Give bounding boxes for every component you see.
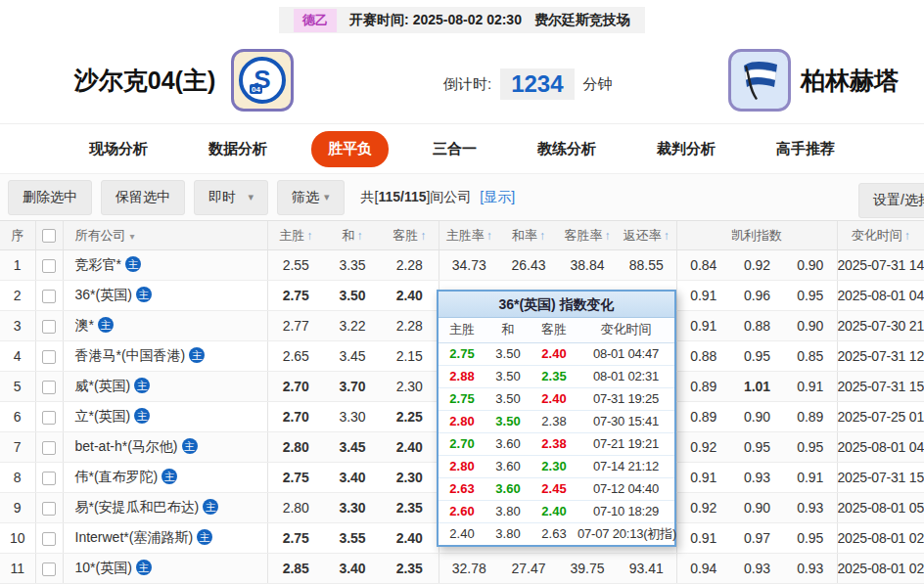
odds-home-cell[interactable]: 2.75 — [267, 281, 324, 311]
company-cell[interactable]: 香港马*(中国香港)主 — [63, 341, 267, 372]
row-checkbox[interactable] — [42, 320, 56, 334]
col-draw-rate-sort[interactable]: 和率↑ — [499, 221, 558, 250]
odds-draw-cell[interactable]: 3.45 — [324, 432, 381, 463]
odds-away-cell[interactable]: 2.35 — [381, 493, 439, 523]
tab-2[interactable]: 数据分析 — [192, 131, 284, 167]
change-time: 2025-07-31 15:45 — [837, 463, 924, 493]
tab-5[interactable]: 教练分析 — [521, 131, 613, 167]
main-company-badge-icon: 主 — [203, 499, 218, 515]
keep-selected-button[interactable]: 保留选中 — [101, 180, 185, 215]
odds-draw-cell[interactable]: 3.45 — [324, 341, 381, 372]
col-away-win-sort[interactable]: 客胜↑ — [381, 221, 439, 250]
odds-home-cell[interactable]: 2.55 — [267, 250, 324, 281]
odds-draw-cell[interactable]: 3.70 — [324, 372, 381, 402]
teams-header: 沙尔克04(主) S 04 倒计时: 1234 分钟 柏林赫塔 — [0, 39, 924, 123]
col-home-win-sort[interactable]: 主胜↑ — [267, 221, 324, 250]
tab-1[interactable]: 现场分析 — [72, 131, 164, 167]
row-checkbox[interactable] — [42, 562, 56, 576]
home-rate-cell: 34.73 — [439, 250, 499, 281]
col-draw-sort[interactable]: 和↑ — [324, 221, 381, 250]
row-checkbox[interactable] — [42, 411, 56, 425]
settings-select-button[interactable]: 设置/选择 — [858, 183, 924, 218]
odds-draw-cell[interactable]: 3.22 — [324, 311, 381, 341]
col-change-time-sort[interactable]: 变化时间↑ — [837, 221, 924, 250]
sort-asc-icon: ↑ — [904, 229, 910, 243]
popup-away-odds: 2.40 — [531, 500, 578, 522]
odds-away-cell[interactable]: 2.30 — [381, 372, 439, 402]
home-rate-cell: 32.78 — [439, 554, 499, 584]
delete-selected-button[interactable]: 删除选中 — [8, 180, 92, 215]
row-index: 1 — [0, 250, 35, 281]
odds-home-cell[interactable]: 2.77 — [267, 311, 324, 341]
row-checkbox[interactable] — [42, 502, 56, 516]
odds-away-cell[interactable]: 2.40 — [381, 281, 439, 311]
odds-home-cell[interactable]: 2.70 — [267, 402, 324, 432]
tab-7[interactable]: 高手推荐 — [760, 131, 852, 167]
odds-draw-cell[interactable]: 3.30 — [324, 402, 381, 432]
tab-4[interactable]: 三合一 — [416, 131, 493, 167]
popup-row: 2.40 3.80 2.63 07-07 20:13(初指) — [439, 522, 674, 545]
odds-draw-cell[interactable]: 3.50 — [324, 281, 381, 311]
odds-away-cell[interactable]: 2.30 — [381, 463, 439, 493]
odds-draw-cell[interactable]: 3.55 — [324, 523, 381, 554]
show-link[interactable]: [显示] — [480, 189, 515, 204]
company-cell[interactable]: 10*(英国)主 — [63, 554, 267, 584]
company-name: 易*(安提瓜和巴布达) — [75, 499, 200, 515]
sort-asc-icon: ↑ — [420, 229, 426, 243]
row-index: 2 — [0, 281, 35, 311]
kelly-draw-cell: 0.90 — [730, 493, 784, 523]
row-checkbox[interactable] — [42, 532, 56, 546]
row-checkbox[interactable] — [42, 381, 56, 394]
odds-home-cell[interactable]: 2.65 — [267, 341, 324, 372]
odds-draw-cell[interactable]: 3.40 — [324, 463, 381, 493]
league-badge: 德乙 — [294, 9, 337, 32]
popup-away-odds: 2.30 — [531, 455, 578, 477]
popup-home-odds: 2.75 — [439, 387, 485, 410]
odds-draw-cell[interactable]: 3.35 — [324, 250, 381, 281]
odds-away-cell[interactable]: 2.15 — [381, 341, 439, 372]
row-checkbox[interactable] — [42, 441, 56, 455]
odds-home-cell[interactable]: 2.75 — [267, 523, 324, 554]
odds-away-cell[interactable]: 2.25 — [381, 402, 439, 432]
row-checkbox[interactable] — [42, 472, 56, 485]
odds-away-cell[interactable]: 2.40 — [381, 432, 439, 463]
live-odds-select[interactable]: 即时 ▾ — [194, 180, 268, 215]
row-checkbox[interactable] — [42, 290, 56, 303]
away-team-logo — [728, 49, 791, 112]
row-select-cell — [35, 463, 63, 493]
odds-home-cell[interactable]: 2.85 — [267, 554, 324, 584]
odds-away-cell[interactable]: 2.40 — [381, 523, 439, 554]
company-cell[interactable]: 易*(安提瓜和巴布达)主 — [63, 493, 267, 523]
odds-home-cell[interactable]: 2.80 — [267, 493, 324, 523]
company-cell[interactable]: 威*(英国)主 — [63, 372, 267, 402]
col-company[interactable]: 所有公司▾ — [63, 221, 267, 250]
odds-home-cell[interactable]: 2.70 — [267, 372, 324, 402]
filter-dropdown[interactable]: 筛选 ▾ — [277, 180, 345, 215]
row-checkbox[interactable] — [42, 259, 56, 273]
company-cell[interactable]: 竞彩官*主 — [63, 250, 267, 281]
odds-home-cell[interactable]: 2.80 — [267, 432, 324, 463]
col-return-rate-sort[interactable]: 返还率↑ — [617, 221, 676, 250]
odds-away-cell[interactable]: 2.28 — [381, 311, 439, 341]
company-cell[interactable]: 36*(英国)主 — [63, 281, 267, 311]
odds-away-cell[interactable]: 2.28 — [381, 250, 439, 281]
odds-draw-cell[interactable]: 3.40 — [324, 554, 381, 584]
table-row: 1 竞彩官*主 2.55 3.35 2.28 34.73 26.43 38.84… — [0, 250, 924, 281]
tab-3[interactable]: 胜平负 — [311, 131, 389, 167]
company-cell[interactable]: Interwet*(塞浦路斯)主 — [63, 523, 267, 554]
row-checkbox[interactable] — [42, 350, 56, 364]
company-cell[interactable]: 澳*主 — [63, 311, 267, 341]
odds-draw-cell[interactable]: 3.30 — [324, 493, 381, 523]
col-home-rate-sort[interactable]: 主胜率↑ — [439, 221, 499, 250]
odds-away-cell[interactable]: 2.35 — [381, 554, 439, 584]
popup-away-odds: 2.38 — [531, 432, 578, 455]
select-all-checkbox[interactable] — [42, 229, 56, 243]
company-cell[interactable]: 伟*(直布罗陀)主 — [63, 463, 267, 493]
odds-home-cell[interactable]: 2.75 — [267, 463, 324, 493]
tab-6[interactable]: 裁判分析 — [640, 131, 732, 167]
company-cell[interactable]: bet-at-h*(马尔他)主 — [63, 432, 267, 463]
company-name: 36*(英国) — [75, 287, 132, 302]
main-company-badge-icon: 主 — [134, 408, 150, 424]
col-away-rate-sort[interactable]: 客胜率↑ — [558, 221, 617, 250]
company-cell[interactable]: 立*(英国)主 — [63, 402, 267, 432]
